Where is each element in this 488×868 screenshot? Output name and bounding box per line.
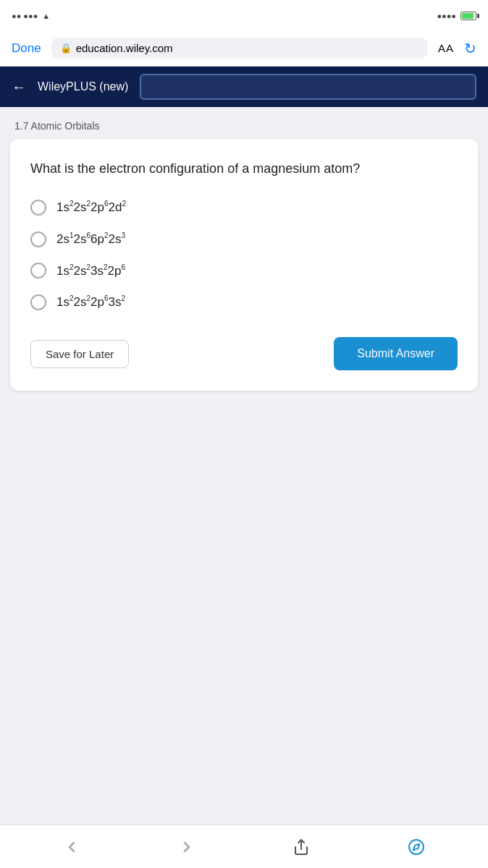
radio-option-4[interactable] [30,294,46,310]
aa-button[interactable]: AA [438,42,454,54]
chevron-right-icon [178,838,195,856]
signal-icon: ●●●● [437,12,456,20]
url-text: education.wiley.com [76,42,173,54]
carrier-text: ●● ●●● [12,12,38,20]
battery-icon [460,12,476,20]
browser-back-button[interactable] [57,833,86,861]
spacer [0,391,488,825]
nav-bar: ← WileyPLUS (new) [0,67,488,107]
share-icon [293,838,310,856]
wifi-icon: ▲ [42,12,50,20]
share-button[interactable] [287,833,316,861]
option-item-3[interactable]: 1s22s23s22p6 [30,263,458,280]
browser-forward-button[interactable] [172,833,201,861]
status-bar-right: ●●●● [437,12,476,20]
option-item-2[interactable]: 2s12s66p22s3 [30,231,458,248]
done-button[interactable]: Done [12,41,41,56]
radio-option-2[interactable] [30,231,46,247]
url-bar: 🔒 education.wiley.com [51,38,428,59]
buttons-row: Save for Later Submit Answer [30,337,458,370]
options-list: 1s22s22p62d2 2s12s66p22s3 1s22s23s22p6 1… [30,199,458,311]
lock-icon: 🔒 [60,43,72,54]
question-text: What is the electron configuration of a … [30,159,458,179]
bottom-toolbar [0,825,488,868]
compass-button[interactable] [402,833,431,861]
question-card: What is the electron configuration of a … [10,139,478,391]
option-text-2: 2s12s66p22s3 [56,231,125,248]
nav-search-bar[interactable] [140,74,476,100]
section-header: 1.7 Atomic Orbitals [0,107,488,139]
radio-option-1[interactable] [30,200,46,216]
search-input[interactable] [147,81,469,93]
option-text-3: 1s22s23s22p6 [56,263,125,280]
chevron-left-icon [63,838,80,856]
status-bar-left: ●● ●●● ▲ [12,12,50,20]
svg-point-1 [409,840,424,854]
svg-marker-2 [413,843,419,849]
compass-icon [408,838,425,856]
submit-answer-button[interactable]: Submit Answer [334,337,458,370]
radio-option-3[interactable] [30,263,46,278]
browser-bar: Done 🔒 education.wiley.com AA ↻ [0,32,488,67]
option-item-4[interactable]: 1s22s22p63s2 [30,294,458,311]
nav-title: WileyPLUS (new) [38,80,128,93]
save-later-button[interactable]: Save for Later [30,340,129,368]
option-text-4: 1s22s22p63s2 [56,294,125,311]
back-nav-button[interactable]: ← [12,79,26,95]
refresh-button[interactable]: ↻ [464,40,476,57]
status-bar: ●● ●●● ▲ ●●●● [0,0,488,32]
option-item-1[interactable]: 1s22s22p62d2 [30,199,458,216]
option-text-1: 1s22s22p62d2 [56,199,126,216]
